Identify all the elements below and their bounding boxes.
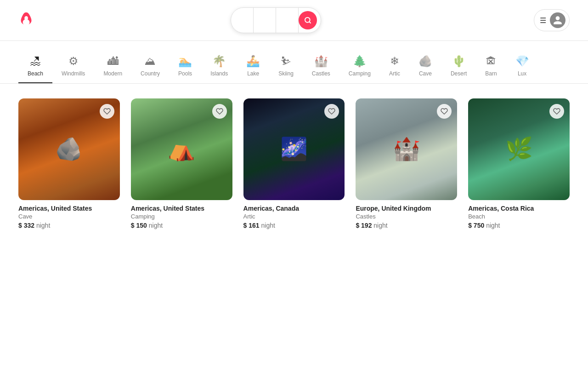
pools-label: Pools [178,70,192,77]
category-beach[interactable]: 🏖 Beach [18,50,52,83]
lux-label: Lux [518,70,526,77]
favorite-button[interactable] [549,104,564,119]
categories-nav: 🏖 Beach ⚙ Windmills 🏙 Modern ⛰ Country 🏊… [0,41,588,84]
desert-icon: 🌵 [452,56,466,67]
listing-type: Castles [356,213,457,220]
category-lux[interactable]: 💎 Lux [506,50,538,83]
price-unit: night [149,222,163,229]
listing-region: Americas, United States [131,205,232,212]
windmills-icon: ⚙ [68,56,79,67]
barn-icon: 🏚 [486,56,497,67]
islands-icon: 🌴 [212,56,226,67]
logo[interactable] [18,12,36,29]
listing-type: Artic [243,213,345,220]
favorite-button[interactable] [100,104,114,119]
camping-icon: 🌲 [353,56,367,67]
listing-card[interactable]: 🌿 Americas, Costa Rica Beach $ 750 night [468,98,570,229]
header: ☰ [0,0,588,41]
category-artic[interactable]: ❄ Artic [380,50,409,83]
price-value: $ 750 [468,222,484,229]
listing-image: 🌌 [243,98,345,200]
skiing-icon: ⛷ [281,56,292,67]
cave-icon: 🪨 [418,56,432,67]
location-search[interactable] [231,8,254,33]
listing-region: Americas, Costa Rica [468,205,570,212]
castles-label: Castles [312,70,330,77]
listing-region: Americas, Canada [243,205,345,212]
price-unit: night [486,222,500,229]
price-value: $ 161 [243,222,260,229]
listing-price: $ 192 night [356,222,457,229]
category-desert[interactable]: 🌵 Desert [441,50,476,83]
castles-icon: 🏰 [314,56,328,67]
country-icon: ⛰ [145,56,156,67]
beach-icon: 🏖 [30,56,41,67]
airbnb-logo-icon [18,12,33,29]
listing-image: 🌿 [468,98,570,200]
category-castles[interactable]: 🏰 Castles [303,50,339,83]
camping-label: Camping [349,70,371,77]
price-value: $ 332 [18,222,34,229]
artic-icon: ❄ [390,56,399,67]
lake-label: Lake [247,70,259,77]
listing-card[interactable]: ⛺ Americas, United States Camping $ 150 … [131,98,232,229]
listing-image: 🏰 [356,98,457,200]
windmills-label: Windmills [62,70,85,77]
listing-price: $ 332 night [18,222,120,229]
category-modern[interactable]: 🏙 Modern [94,50,131,83]
category-pools[interactable]: 🏊 Pools [169,50,201,83]
modern-label: Modern [103,70,122,77]
svg-line-1 [309,22,311,23]
artic-label: Artic [389,70,400,77]
become-host-link[interactable] [515,16,526,25]
header-right: ☰ [515,9,570,31]
user-menu[interactable]: ☰ [534,9,570,31]
category-islands[interactable]: 🌴 Islands [201,50,237,83]
country-label: Country [141,70,160,77]
price-unit: night [36,222,50,229]
cave-label: Cave [419,70,432,77]
price-value: $ 192 [356,222,372,229]
barn-label: Barn [485,70,497,77]
listing-image: ⛺ [131,98,232,200]
search-button[interactable] [299,11,317,29]
category-skiing[interactable]: ⛷ Skiing [269,50,303,83]
skiing-label: Skiing [278,70,294,77]
category-lake[interactable]: 🚣 Lake [237,50,269,83]
listing-price: $ 161 night [243,222,345,229]
listing-type: Beach [468,213,570,220]
listing-price: $ 150 night [131,222,232,229]
favorite-button[interactable] [437,104,452,119]
category-country[interactable]: ⛰ Country [131,50,169,83]
favorite-button[interactable] [212,104,227,119]
listing-card[interactable]: 🌌 Americas, Canada Artic $ 161 night [243,98,345,229]
guests-search[interactable] [276,8,299,33]
category-barn[interactable]: 🏚 Barn [476,50,506,83]
listing-type: Camping [131,213,232,220]
avatar [550,12,565,28]
desert-label: Desert [451,70,467,77]
category-windmills[interactable]: ⚙ Windmills [52,50,94,83]
price-value: $ 150 [131,222,147,229]
lake-icon: 🚣 [246,56,260,67]
listing-card[interactable]: 🪨 Americas, United States Cave $ 332 nig… [18,98,120,229]
listing-image: 🪨 [18,98,120,200]
listing-region: Americas, United States [18,205,120,212]
listings-grid: 🪨 Americas, United States Cave $ 332 nig… [0,84,588,244]
search-bar [231,7,321,33]
price-unit: night [261,222,275,229]
listing-region: Europe, United Kingdom [356,205,457,212]
modern-icon: 🏙 [107,56,119,67]
lux-icon: 💎 [515,56,529,67]
hamburger-icon: ☰ [540,16,546,25]
category-camping[interactable]: 🌲 Camping [339,50,380,83]
listing-card[interactable]: 🏰 Europe, United Kingdom Castles $ 192 n… [356,98,457,229]
price-unit: night [373,222,387,229]
dates-search[interactable] [254,8,276,33]
beach-label: Beach [28,70,43,77]
pools-icon: 🏊 [178,56,192,67]
islands-label: Islands [210,70,228,77]
listing-price: $ 750 night [468,222,570,229]
category-cave[interactable]: 🪨 Cave [409,50,441,83]
listing-type: Cave [18,213,120,220]
